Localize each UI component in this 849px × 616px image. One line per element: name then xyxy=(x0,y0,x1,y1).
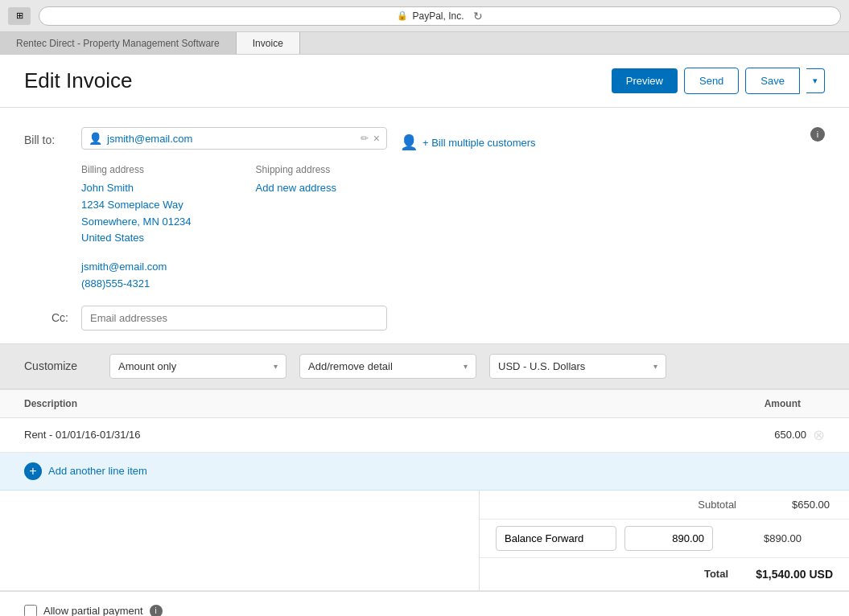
line-items-section: Description Amount 650.00 ⊗ + Add anothe… xyxy=(0,389,849,491)
header-actions: Preview Send Save ▾ xyxy=(612,68,825,94)
tab-toggle-button[interactable]: ⊞ xyxy=(8,7,31,25)
customize-label: Customize xyxy=(24,359,97,372)
app-content: Edit Invoice Preview Send Save ▾ Bill to… xyxy=(0,55,849,616)
add-multiple-customers-link[interactable]: + Bill multiple customers xyxy=(422,137,536,149)
preview-button[interactable]: Preview xyxy=(612,68,678,93)
customize-select-1-value: Amount only xyxy=(118,360,176,372)
partial-payment-row: Allow partial payment i xyxy=(0,591,849,616)
subtotal-label: Subtotal xyxy=(496,499,736,511)
send-button[interactable]: Send xyxy=(684,68,739,94)
partial-payment-info-icon[interactable]: i xyxy=(150,605,163,616)
cc-row: Cc: xyxy=(24,306,825,331)
browser-chrome: ⊞ 🔒 PayPal, Inc. ↻ xyxy=(0,0,849,32)
bill-to-row: Bill to: 👤 jsmith@email.com ✏ × 👤 + Bill… xyxy=(24,127,825,151)
billing-country[interactable]: United States xyxy=(81,230,192,247)
info-icon[interactable]: i xyxy=(810,127,825,142)
line-item-amount: 650.00 xyxy=(732,429,813,441)
description-col-header: Description xyxy=(24,398,744,409)
billing-city-state[interactable]: Somewhere, MN 01234 xyxy=(81,214,192,231)
billing-street[interactable]: 1234 Someplace Way xyxy=(81,197,192,214)
allow-partial-payment-checkbox[interactable] xyxy=(24,605,37,616)
form-area: Bill to: 👤 jsmith@email.com ✏ × 👤 + Bill… xyxy=(0,108,849,616)
email-close-button[interactable]: × xyxy=(373,132,380,145)
reload-button[interactable]: ↻ xyxy=(473,10,483,23)
table-row: 650.00 ⊗ xyxy=(0,418,849,453)
add-line-item-label: Add another line item xyxy=(48,465,147,477)
customer-icon: 👤 xyxy=(400,133,418,151)
totals-area: Subtotal $650.00 $890.00 Total $1,540.00… xyxy=(0,491,849,591)
add-new-address-link[interactable]: Add new address xyxy=(256,180,336,197)
lock-icon: 🔒 xyxy=(397,10,408,21)
address-section: Billing address John Smith 1234 Someplac… xyxy=(81,164,825,293)
shipping-address-col: Shipping address Add new address xyxy=(256,164,336,293)
customize-select-3-value: USD - U.S. Dollars xyxy=(498,360,585,372)
url-bar[interactable]: 🔒 PayPal, Inc. ↻ xyxy=(39,6,841,26)
billing-phone[interactable]: (888)555-4321 xyxy=(81,276,192,293)
tab-invoice[interactable]: Invoice xyxy=(237,32,300,54)
bill-to-label: Bill to: xyxy=(24,127,68,146)
cc-label: Cc: xyxy=(24,311,68,324)
remove-line-item-button[interactable]: ⊗ xyxy=(813,426,825,444)
billing-email[interactable]: jsmith@email.com xyxy=(81,259,192,276)
page-title: Edit Invoice xyxy=(24,68,132,93)
url-text: PayPal, Inc. xyxy=(412,10,464,22)
billing-address-col: Billing address John Smith 1234 Someplac… xyxy=(81,164,192,293)
plus-icon: + xyxy=(24,462,42,480)
chevron-down-icon-1: ▾ xyxy=(274,362,278,371)
customize-bar: Customize Amount only ▾ Add/remove detai… xyxy=(0,343,849,389)
page-header: Edit Invoice Preview Send Save ▾ xyxy=(0,55,849,108)
save-dropdown-button[interactable]: ▾ xyxy=(806,68,825,93)
subtotal-value: $650.00 xyxy=(736,499,833,511)
add-line-item-row[interactable]: + Add another line item xyxy=(0,453,849,491)
customize-select-2[interactable]: Add/remove detail ▾ xyxy=(299,354,476,379)
line-item-description-input[interactable] xyxy=(24,429,732,441)
total-row: Total $1,540.00 USD xyxy=(480,558,849,590)
email-input-box: 👤 jsmith@email.com ✏ × xyxy=(81,127,387,150)
totals-right: Subtotal $650.00 $890.00 Total $1,540.00… xyxy=(479,491,849,590)
tab-rentec[interactable]: Rentec Direct - Property Management Soft… xyxy=(0,32,237,54)
line-item-description xyxy=(24,429,732,441)
total-label: Total xyxy=(496,568,728,580)
customize-select-3[interactable]: USD - U.S. Dollars ▾ xyxy=(489,354,666,379)
tab-bar: Rentec Direct - Property Management Soft… xyxy=(0,32,849,55)
add-customer-section: 👤 + Bill multiple customers xyxy=(400,127,536,151)
line-items-header: Description Amount xyxy=(0,390,849,418)
chevron-down-icon-3: ▾ xyxy=(653,362,657,371)
save-button[interactable]: Save xyxy=(745,68,800,94)
user-avatar-icon: 👤 xyxy=(89,132,102,145)
partial-payment-label: Allow partial payment xyxy=(43,605,143,616)
subtotal-row: Subtotal $650.00 xyxy=(480,491,849,519)
balance-forward-amount-input[interactable] xyxy=(624,526,713,551)
total-value: $1,540.00 USD xyxy=(728,568,833,581)
customize-select-2-value: Add/remove detail xyxy=(308,360,393,372)
billing-name[interactable]: John Smith xyxy=(81,180,192,197)
amount-col-header: Amount xyxy=(744,398,825,409)
shipping-address-heading: Shipping address xyxy=(256,164,336,175)
balance-forward-row: $890.00 xyxy=(480,519,849,558)
tab-toggle-icon: ⊞ xyxy=(16,10,23,21)
totals-left xyxy=(0,491,479,590)
cc-input[interactable] xyxy=(81,306,387,331)
balance-forward-computed: $890.00 xyxy=(713,532,802,544)
chevron-down-icon-2: ▾ xyxy=(464,362,468,371)
add-line-item-button[interactable]: + xyxy=(24,462,42,480)
customize-select-1[interactable]: Amount only ▾ xyxy=(109,354,286,379)
email-edit-button[interactable]: ✏ xyxy=(361,133,369,144)
balance-forward-label-input[interactable] xyxy=(496,526,616,551)
billing-address-heading: Billing address xyxy=(81,164,192,175)
email-text: jsmith@email.com xyxy=(107,133,356,145)
